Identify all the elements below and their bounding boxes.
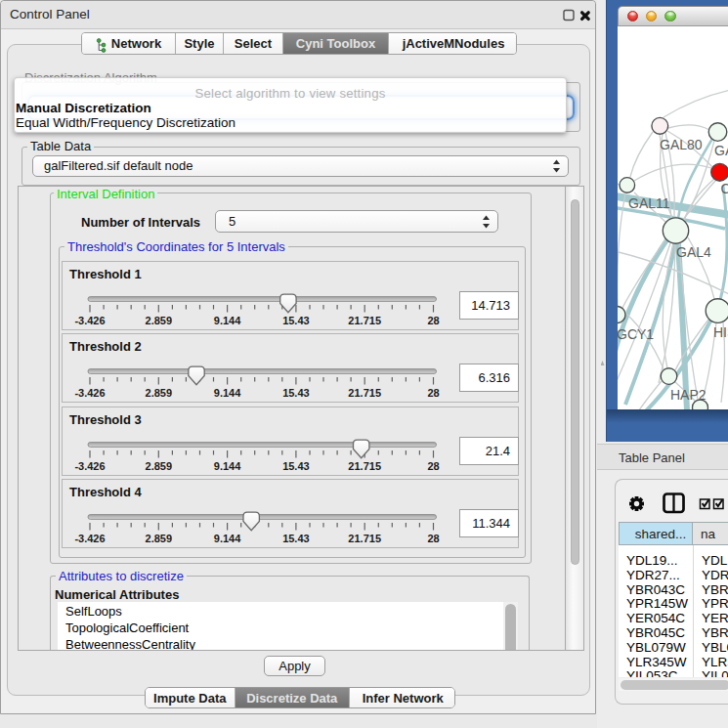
svg-text:21.715: 21.715 <box>348 315 381 326</box>
svg-text:2.859: 2.859 <box>146 533 173 544</box>
svg-text:-3.426: -3.426 <box>74 315 105 326</box>
svg-text:-3.426: -3.426 <box>74 533 105 544</box>
svg-text:HIS7: HIS7 <box>713 324 728 340</box>
svg-text:9.144: 9.144 <box>214 460 241 472</box>
svg-text:9.144: 9.144 <box>214 533 241 544</box>
svg-text:GCY1: GCY1 <box>618 326 654 342</box>
svg-text:2.859: 2.859 <box>146 460 173 472</box>
svg-text:GAL11: GAL11 <box>628 195 670 211</box>
svg-text:-3.426: -3.426 <box>74 460 105 472</box>
svg-text:28: 28 <box>427 387 439 399</box>
svg-text:GAL4: GAL4 <box>676 244 711 260</box>
svg-text:15.43: 15.43 <box>282 460 310 472</box>
svg-text:CDC1: CDC1 <box>721 181 728 196</box>
svg-text:21.715: 21.715 <box>348 387 381 399</box>
svg-text:HAP2: HAP2 <box>670 387 707 403</box>
svg-text:9.144: 9.144 <box>214 387 241 399</box>
svg-text:28: 28 <box>427 460 439 472</box>
svg-text:28: 28 <box>427 315 439 326</box>
svg-text:15.43: 15.43 <box>282 533 310 544</box>
svg-text:21.715: 21.715 <box>348 533 381 544</box>
svg-text:21.715: 21.715 <box>348 460 381 472</box>
svg-text:GAL80: GAL80 <box>660 137 703 152</box>
svg-text:15.43: 15.43 <box>282 387 310 399</box>
svg-text:2.859: 2.859 <box>146 315 173 326</box>
svg-text:9.144: 9.144 <box>214 315 241 326</box>
svg-text:2.859: 2.859 <box>146 387 173 399</box>
svg-text:15.43: 15.43 <box>282 315 310 326</box>
svg-text:-3.426: -3.426 <box>74 387 105 399</box>
svg-text:28: 28 <box>427 533 439 544</box>
svg-text:GAL3: GAL3 <box>714 143 728 158</box>
